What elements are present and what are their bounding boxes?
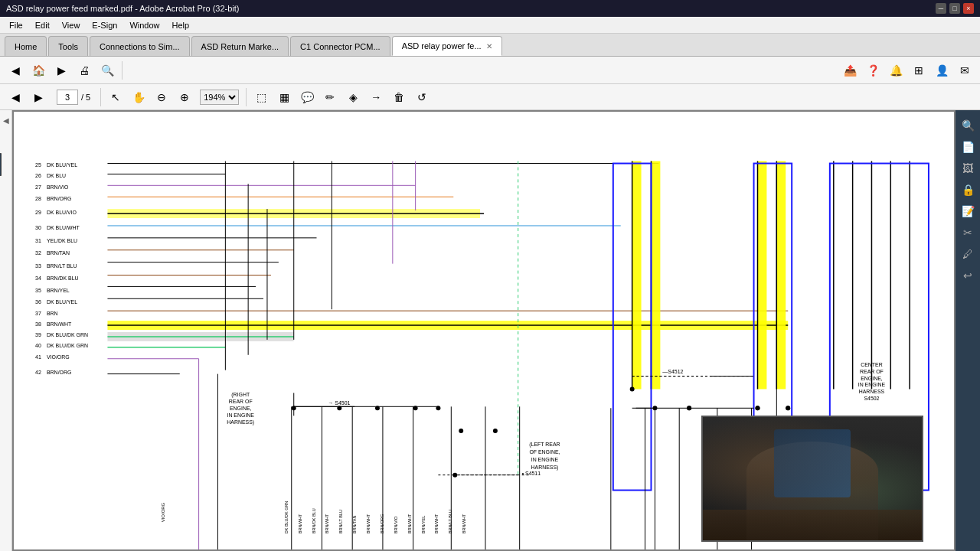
right-panel: 🔍 📄 🖼 🔒 📝 ✂ 🖊 ↩ ▶: [956, 110, 980, 551]
right-tool-security[interactable]: 🔒: [959, 181, 977, 199]
label-row33: BRN/LT BLU: [47, 263, 77, 269]
marquee-tool[interactable]: ⬚: [250, 86, 272, 108]
close-button[interactable]: ×: [963, 3, 974, 14]
svg-point-116: [687, 406, 691, 410]
label-row40: DK BLU/DK GRN: [47, 343, 88, 348]
text-select-tool[interactable]: ▦: [273, 86, 295, 108]
forward-button[interactable]: ▶: [51, 60, 72, 81]
separator: [122, 61, 122, 80]
right-tool-page[interactable]: 📄: [959, 138, 977, 156]
svg-text:IN ENGINE: IN ENGINE: [531, 457, 559, 462]
help-button[interactable]: ❓: [862, 60, 884, 81]
tab-tools[interactable]: Tools: [48, 36, 88, 56]
row-num-36: 36: [35, 299, 41, 305]
left-panel: ◀: [0, 110, 12, 551]
delete-tool[interactable]: 🗑: [388, 86, 410, 108]
brnwht-vert3: BRN/WHT: [366, 514, 371, 533]
notification-button[interactable]: 🔔: [885, 60, 906, 81]
row-num-38: 38: [35, 321, 41, 327]
main-area: ◀ 25 26 27 28 29 30 31 32 33 34 35 36: [0, 110, 980, 551]
menu-view[interactable]: View: [56, 19, 87, 31]
right-tool-search[interactable]: 🔍: [959, 116, 977, 135]
svg-point-115: [786, 406, 790, 410]
right-tool-image[interactable]: 🖼: [959, 159, 977, 178]
row-num-34: 34: [35, 276, 41, 281]
home-button[interactable]: 🏠: [28, 60, 49, 81]
svg-text:ENGINE,: ENGINE,: [861, 376, 883, 381]
arrow-tool[interactable]: →: [365, 86, 387, 108]
pointer-tool[interactable]: ↖: [105, 86, 126, 108]
maximize-button[interactable]: □: [949, 3, 960, 14]
search-button[interactable]: 🔍: [96, 60, 118, 81]
profile-button[interactable]: 👤: [931, 60, 952, 81]
pdf-page: 25 26 27 28 29 30 31 32 33 34 35 36 37 3…: [14, 112, 954, 549]
brnlt-blu-vert: BRN/LT BLU: [338, 510, 343, 533]
svg-text:HARNESS): HARNESS): [227, 419, 254, 425]
label-row29: DK BLU/VIO: [47, 210, 77, 215]
zoom-control: 194% 100% 150% 200%: [197, 90, 242, 105]
right-panel-toggle[interactable]: ▶: [0, 153, 2, 176]
right-tool-draw[interactable]: 🖊: [959, 245, 977, 263]
svg-text:ENGINE,: ENGINE,: [230, 406, 252, 411]
hand-tool[interactable]: ✋: [128, 86, 149, 108]
menu-esign[interactable]: E-Sign: [86, 19, 123, 31]
svg-text:REAR OF: REAR OF: [860, 369, 884, 374]
label-row38: BRN/WHT: [47, 321, 72, 327]
label-row30: DK BLU/WHT: [47, 225, 80, 230]
row-num-33: 33: [35, 263, 41, 269]
label-row42: BRN/ORG: [47, 370, 71, 375]
row-num-41: 41: [35, 354, 41, 360]
label-row28: BRN/ORG: [47, 196, 71, 201]
menu-file[interactable]: File: [3, 19, 29, 31]
svg-rect-29: [632, 161, 642, 390]
page-next-button[interactable]: ▶: [28, 86, 49, 108]
svg-text:IN ENGINE: IN ENGINE: [227, 412, 254, 418]
page-input[interactable]: [57, 90, 78, 105]
row-num-35: 35: [35, 288, 41, 293]
zoom-out-button[interactable]: ⊖: [151, 86, 172, 108]
svg-point-50: [630, 386, 635, 391]
apps-button[interactable]: ⊞: [908, 60, 929, 81]
dkblu-dkgrn-vert1: DK BLU/DK GRN: [284, 501, 289, 533]
menu-window[interactable]: Window: [123, 19, 165, 31]
zoom-in-button[interactable]: ⊕: [174, 86, 195, 108]
tab-relay-active[interactable]: ASD relay power fe... ✕: [392, 36, 502, 56]
row-num-31: 31: [35, 238, 41, 243]
menu-edit[interactable]: Edit: [29, 19, 56, 31]
msg-button[interactable]: ✉: [954, 60, 975, 81]
row-num-29: 29: [35, 210, 41, 215]
back-button[interactable]: ◀: [5, 60, 26, 81]
tab-sim[interactable]: Connections to Sim...: [90, 36, 190, 56]
row-num-39: 39: [35, 332, 41, 337]
brnwht-vert4: BRN/WHT: [407, 514, 412, 533]
tab-home[interactable]: Home: [5, 36, 47, 56]
zoom-select[interactable]: 194% 100% 150% 200%: [200, 90, 239, 105]
window-title: ASD relay power feed marked.pdf - Adobe …: [6, 4, 936, 13]
svg-point-49: [493, 429, 498, 433]
right-tool-edit[interactable]: 📝: [959, 202, 977, 220]
erase-tool[interactable]: ◈: [342, 86, 364, 108]
tab-c1connector[interactable]: C1 Connector PCM...: [290, 36, 390, 56]
label-row26: DK BLU: [47, 173, 66, 178]
minimize-button[interactable]: ─: [936, 3, 946, 14]
brnyel-vert1: BRN/YEL: [421, 516, 426, 533]
label-row27: BRN/VIO: [47, 184, 69, 190]
share-button[interactable]: 📤: [839, 60, 861, 81]
print-button[interactable]: 🖨: [74, 60, 95, 81]
right-tool-cut[interactable]: ✂: [959, 223, 977, 242]
brnwht-vert6: BRN/WHT: [462, 514, 466, 533]
row-num-40: 40: [35, 343, 41, 348]
brndk-blu-vert: BRN/DK BLU: [312, 508, 316, 533]
right-tool-undo[interactable]: ↩: [959, 266, 977, 285]
svg-rect-34: [776, 161, 786, 390]
tab-return[interactable]: ASD Return Marke...: [191, 36, 289, 56]
draw-tool[interactable]: ✏: [319, 86, 341, 108]
left-rear-label: (LEFT REAR: [529, 442, 560, 448]
page-prev-button[interactable]: ◀: [5, 86, 26, 108]
menu-help[interactable]: Help: [166, 19, 196, 31]
undo-tool[interactable]: ↺: [411, 86, 433, 108]
svg-point-108: [652, 406, 657, 410]
left-panel-toggle[interactable]: ◀: [3, 113, 9, 128]
tab-close-icon[interactable]: ✕: [486, 42, 492, 51]
comment-tool[interactable]: 💬: [296, 86, 318, 108]
